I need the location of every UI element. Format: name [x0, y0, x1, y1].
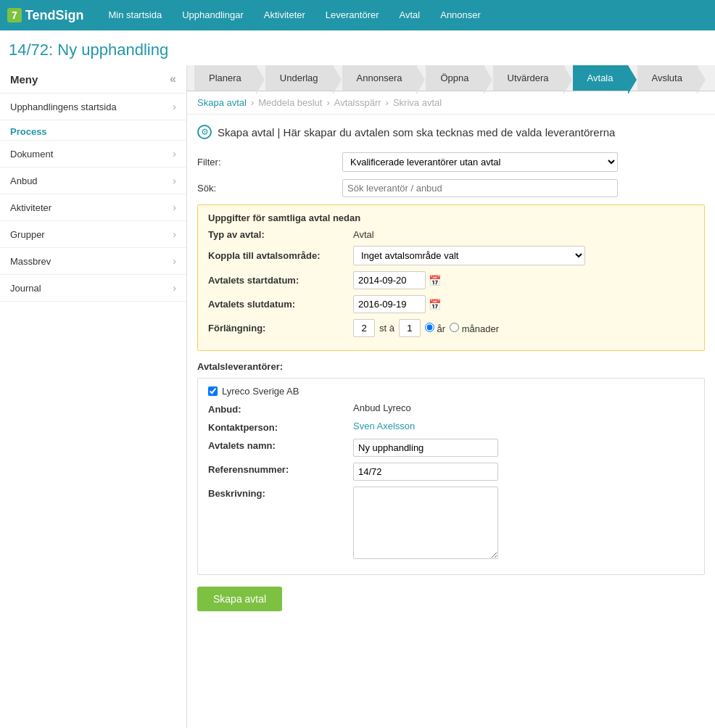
sidebar-item-anbud-label: Anbud — [10, 175, 38, 186]
tab-avsluta[interactable]: Avsluta — [637, 65, 698, 91]
tab-oppna[interactable]: Öppna — [426, 65, 484, 91]
nav-min-startsida[interactable]: Min startsida — [98, 0, 172, 30]
collapse-icon[interactable]: « — [170, 73, 176, 86]
chevron-right-icon: › — [173, 148, 176, 160]
forlangning-year-radio[interactable] — [425, 323, 434, 332]
breadcrumb-skapa[interactable]: Skapa avtal — [197, 97, 247, 108]
chevron-right-icon: › — [173, 255, 176, 267]
sidebar-header: Meny « — [0, 65, 186, 94]
calendar-icon[interactable]: 📅 — [429, 275, 441, 286]
filter-value: Kvalificerade leverantörer utan avtal — [342, 152, 705, 172]
forlangning-month-radio[interactable] — [450, 323, 459, 332]
main-layout: Meny « Upphandlingens startsida › Proces… — [0, 65, 715, 728]
beskrivning-row: Beskrivning: — [208, 487, 694, 561]
nav-upphandlingar[interactable]: Upphandlingar — [172, 0, 254, 30]
sidebar-item-upphandling-label: Upphandlingens startsida — [10, 102, 117, 112]
sidebar-process: Process — [0, 120, 186, 141]
sidebar-item-dokument[interactable]: Dokument › — [0, 141, 186, 167]
anbud-row: Anbud: Anbud Lyreco — [208, 402, 694, 415]
kontakt-link[interactable]: Sven Axelsson — [353, 421, 415, 431]
tab-planera[interactable]: Planera — [194, 65, 257, 91]
tab-underlag[interactable]: Underlag — [265, 65, 334, 91]
beskrivning-label: Beskrivning: — [208, 487, 353, 499]
avtalsleverantorer-section: Avtalsleverantörer: Lyreco Sverige AB An… — [197, 361, 705, 575]
yellow-row-koppla: Koppla till avtalsområde: Inget avtalsom… — [208, 246, 694, 265]
ref-row: Referensnummer: — [208, 463, 694, 481]
typ-label: Typ av avtal: — [208, 229, 353, 240]
sidebar-item-dokument-label: Dokument — [10, 149, 53, 160]
avtalslev-name-label: Lyreco Sverige AB — [222, 386, 299, 397]
breadcrumb-avtalssparr: Avtalsspärr — [334, 97, 381, 108]
avtalslev-name-row: Lyreco Sverige AB — [208, 386, 694, 397]
settings-icon: ⚙ — [197, 125, 212, 139]
nav-leverantorer[interactable]: Leverantörer — [315, 0, 389, 30]
sidebar-item-journal[interactable]: Journal › — [0, 275, 186, 302]
search-input[interactable] — [342, 179, 618, 197]
startdatum-input[interactable] — [353, 271, 426, 289]
yellow-box-title: Uppgifter för samtliga avtal nedan — [208, 212, 694, 223]
yellow-row-forlangning: Förlängning: st à år månader — [208, 319, 694, 337]
kontakt-row: Kontaktperson: Sven Axelsson — [208, 421, 694, 433]
kontakt-value: Sven Axelsson — [353, 421, 694, 431]
topnav: 7 TendSign Min startsida Upphandlingar A… — [0, 0, 715, 30]
startdatum-label: Avtalets startdatum: — [208, 275, 353, 286]
ref-value — [353, 463, 694, 481]
filter-row: Filter: Kvalificerade leverantörer utan … — [197, 152, 705, 172]
tab-utvardera[interactable]: Utvärdera — [493, 65, 564, 91]
search-value — [342, 179, 705, 197]
breadcrumb-meddela: Meddela beslut — [258, 97, 322, 108]
sidebar-item-massbrev[interactable]: Massbrev › — [0, 248, 186, 275]
avtalnamn-input[interactable] — [353, 439, 498, 457]
sidebar-menu-label: Meny — [10, 73, 38, 86]
calendar-icon-2[interactable]: 📅 — [429, 299, 441, 310]
logo-number: 7 — [7, 8, 22, 22]
avtalslev-checkbox[interactable] — [208, 386, 218, 396]
avtalslev-box: Lyreco Sverige AB Anbud: Anbud Lyreco Ko… — [197, 378, 705, 575]
slutdatum-input[interactable] — [353, 295, 426, 313]
koppla-value: Inget avtalsområde valt — [353, 246, 694, 265]
sidebar-item-grupper[interactable]: Grupper › — [0, 221, 186, 248]
sidebar-item-grupper-label: Grupper — [10, 229, 45, 240]
beskrivning-value — [353, 487, 694, 561]
breadcrumbs: Skapa avtal › Meddela beslut › Avtalsspä… — [187, 91, 715, 115]
chevron-right-icon: › — [173, 228, 176, 240]
ref-input[interactable] — [353, 463, 498, 481]
page-title: 14/72: Ny upphandling — [0, 30, 715, 65]
tab-annonsera[interactable]: Annonsera — [342, 65, 418, 91]
avtalsomrade-select[interactable]: Inget avtalsområde valt — [353, 246, 585, 265]
skapa-avtal-button[interactable]: Skapa avtal — [197, 587, 282, 611]
filter-label: Filter: — [197, 157, 342, 167]
nav-aktiviteter[interactable]: Aktiviteter — [254, 0, 315, 30]
search-row: Sök: — [197, 179, 705, 197]
yellow-row-slutdatum: Avtalets slutdatum: 📅 — [208, 295, 694, 313]
forlangning-year-label: år — [425, 323, 445, 334]
forlangning-label: Förlängning: — [208, 323, 353, 334]
forlangning-num-input[interactable] — [353, 319, 375, 337]
sidebar-item-upphandling[interactable]: Upphandlingens startsida › — [0, 94, 186, 120]
avtalnamn-value — [353, 439, 694, 457]
sidebar-item-journal-label: Journal — [10, 283, 41, 294]
chevron-right-icon: › — [173, 175, 176, 186]
sidebar-item-massbrev-label: Massbrev — [10, 256, 51, 267]
slutdatum-value: 📅 — [353, 295, 694, 313]
filter-select[interactable]: Kvalificerade leverantörer utan avtal — [342, 152, 618, 172]
kontakt-label: Kontaktperson: — [208, 421, 353, 433]
nav-annonser[interactable]: Annonser — [430, 0, 491, 30]
yellow-row-typ: Typ av avtal: Avtal — [208, 229, 694, 240]
nav-avtal[interactable]: Avtal — [389, 0, 431, 30]
slutdatum-label: Avtalets slutdatum: — [208, 299, 353, 310]
chevron-right-icon: › — [173, 202, 176, 213]
koppla-label: Koppla till avtalsområde: — [208, 250, 353, 261]
logo[interactable]: 7 TendSign — [7, 8, 83, 23]
sidebar-item-anbud[interactable]: Anbud › — [0, 167, 186, 194]
sidebar: Meny « Upphandlingens startsida › Proces… — [0, 65, 187, 728]
forlangning-val-input[interactable] — [399, 319, 421, 337]
section-title: Skapa avtal | Här skapar du avtalen som … — [218, 126, 615, 138]
breadcrumb-sep-1: › — [251, 97, 254, 108]
section-header: ⚙ Skapa avtal | Här skapar du avtalen so… — [197, 125, 705, 139]
ref-label: Referensnummer: — [208, 463, 353, 475]
anbud-label: Anbud: — [208, 402, 353, 415]
tab-avtala[interactable]: Avtala — [573, 65, 629, 91]
beskrivning-textarea[interactable] — [353, 487, 498, 559]
sidebar-item-aktiviteter[interactable]: Aktiviteter › — [0, 194, 186, 221]
